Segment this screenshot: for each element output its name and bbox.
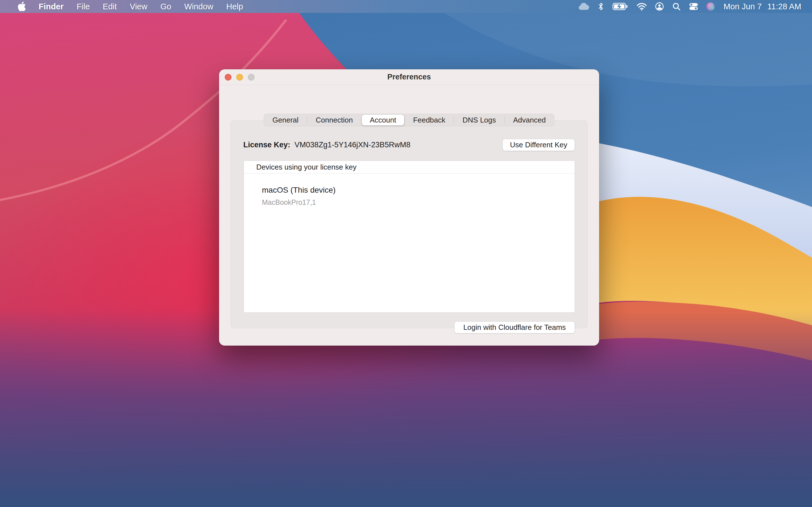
bluetooth-icon[interactable]: [594, 2, 608, 11]
window-titlebar[interactable]: Preferences: [219, 69, 599, 85]
device-name: macOS (This device): [262, 186, 336, 194]
menu-item-finder[interactable]: Finder: [32, 2, 70, 11]
window-content: License Key: VM038Zg1-5Y146jXN-23B5RwM8 …: [219, 85, 599, 345]
cloudflare-warp-icon[interactable]: [573, 2, 594, 11]
menu-item-help[interactable]: Help: [220, 2, 250, 11]
device-model: MacBookPro17,1: [262, 198, 316, 207]
user-account-icon[interactable]: [651, 2, 668, 11]
menu-bar-date[interactable]: Mon Jun 7: [723, 2, 762, 11]
menu-item-file[interactable]: File: [70, 2, 96, 11]
control-center-icon[interactable]: [685, 2, 702, 11]
tab-general[interactable]: General: [264, 114, 307, 126]
devices-panel-header: Devices using your license key: [244, 161, 574, 173]
close-button[interactable]: [225, 74, 232, 80]
tab-feedback[interactable]: Feedback: [405, 114, 454, 126]
menu-item-edit[interactable]: Edit: [96, 2, 123, 11]
menu-bar-status-area: Mon Jun 7 11:28 AM: [573, 2, 801, 11]
battery-charging-icon[interactable]: [608, 3, 632, 10]
license-key-value: VM038Zg1-5Y146jXN-23B5RwM8: [295, 140, 410, 149]
tab-dns-logs[interactable]: DNS Logs: [454, 114, 505, 126]
traffic-lights: [225, 69, 255, 85]
menu-bar-clock[interactable]: 11:28 AM: [767, 2, 801, 11]
menu-item-go[interactable]: Go: [154, 2, 178, 11]
preferences-window: Preferences License Key: VM038Zg1-5Y146j…: [219, 69, 599, 346]
license-key-row: License Key: VM038Zg1-5Y146jXN-23B5RwM8 …: [243, 137, 575, 152]
minimize-button[interactable]: [236, 74, 243, 80]
wifi-icon[interactable]: [632, 2, 651, 11]
menu-bar: Finder File Edit View Go Window Help: [0, 0, 812, 13]
menu-item-window[interactable]: Window: [177, 2, 220, 11]
apple-icon: [17, 2, 26, 11]
siri-icon[interactable]: [702, 2, 719, 11]
license-key-label: License Key:: [243, 140, 290, 149]
spotlight-search-icon[interactable]: [668, 2, 685, 11]
use-different-key-button[interactable]: Use Different Key: [502, 139, 575, 151]
tab-account[interactable]: Account: [362, 115, 404, 125]
apple-menu[interactable]: [11, 2, 32, 11]
login-cloudflare-teams-button[interactable]: Login with Cloudflare for Teams: [454, 321, 575, 334]
tab-connection[interactable]: Connection: [307, 114, 361, 126]
devices-panel: Devices using your license key macOS (Th…: [244, 161, 575, 313]
menu-item-view[interactable]: View: [123, 2, 154, 11]
zoom-button: [248, 74, 255, 80]
window-title: Preferences: [219, 73, 599, 81]
tab-advanced[interactable]: Advanced: [505, 114, 554, 126]
tab-content-group-box: License Key: VM038Zg1-5Y146jXN-23B5RwM8 …: [231, 120, 588, 328]
preferences-tab-bar: General Connection Account Feedback DNS …: [264, 114, 554, 126]
